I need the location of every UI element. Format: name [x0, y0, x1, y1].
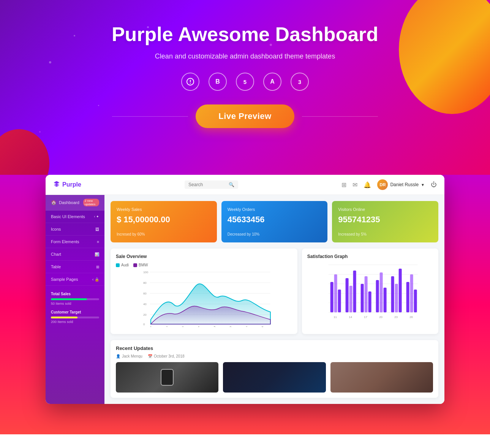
dashboard-sidebar: 🏠 Dashboard 2 new updates Basic UI Eleme…: [46, 195, 104, 404]
svg-rect-39: [395, 284, 398, 312]
svg-rect-36: [379, 272, 383, 312]
svg-text:6: 6: [230, 325, 232, 327]
weekly-sales-value: $ 15,00000.00: [117, 215, 211, 225]
sidebar-item-sample[interactable]: Sample Pages ‹ 🔒: [46, 273, 104, 286]
user-menu[interactable]: DR Daniet Russle ▼: [377, 179, 425, 190]
recent-image-watch: [116, 362, 218, 393]
sparkle-2: [49, 61, 51, 63]
home-icon: 🏠: [51, 200, 57, 205]
dashboard-header-actions: ⊞ ✉ 🔔 DR Daniet Russle ▼ ⏻: [341, 179, 437, 190]
total-sales-progress-bg: [51, 298, 99, 300]
svg-text:26: 26: [409, 315, 413, 319]
svg-rect-38: [391, 276, 394, 312]
audi-legend-label: Audi: [121, 263, 129, 267]
stat-card-visitors: Visitors Online 955741235 Increased by 5…: [332, 201, 438, 242]
dashboard-wrapper: Purple 🔍 ⊞ ✉ 🔔 DR Daniet Russle ▼ ⏻: [46, 175, 444, 404]
dashboard-badge: 2 new updates: [83, 199, 99, 206]
weekly-orders-value: 45633456: [228, 215, 322, 225]
total-sales-progress-fill: [51, 298, 87, 300]
sale-overview-chart: Sale Overview Audi BMW: [111, 249, 297, 334]
svg-text:80: 80: [143, 281, 147, 285]
svg-text:40: 40: [143, 302, 147, 306]
mail-icon[interactable]: ✉: [352, 181, 357, 188]
weekly-sales-label: Weekly Sales: [117, 207, 211, 212]
recent-image-headphones: [223, 362, 326, 393]
legend-audi: Audi: [116, 263, 129, 267]
stat-cards-row: Weekly Sales $ 15,00000.00 Incresed by 6…: [111, 201, 438, 242]
svg-rect-35: [376, 280, 379, 312]
logo-text: Purple: [62, 181, 81, 188]
power-icon[interactable]: ⏻: [431, 181, 437, 188]
grid-icon[interactable]: ⊞: [341, 181, 346, 188]
total-sales-value: 50 Items sold: [51, 302, 99, 306]
visitors-label: Visitors Online: [338, 207, 432, 212]
svg-rect-32: [360, 284, 364, 312]
svg-text:17: 17: [364, 315, 367, 319]
svg-rect-37: [383, 288, 386, 312]
svg-rect-33: [364, 276, 367, 312]
visitors-value: 955741235: [338, 215, 432, 225]
sale-chart-legend: Audi BMW: [116, 263, 292, 267]
svg-rect-30: [349, 286, 352, 312]
dashboard-body: 🏠 Dashboard 2 new updates Basic UI Eleme…: [46, 195, 444, 404]
icons-icon: 🖼: [95, 227, 99, 231]
satisfaction-graph-title: Satisfaction Graph: [307, 254, 433, 259]
recent-author: Jack Menqu: [122, 354, 142, 358]
svg-text:2: 2: [166, 325, 168, 327]
form-icon: ≡: [97, 240, 99, 244]
svg-rect-28: [338, 290, 341, 312]
live-preview-divider: Live Preview: [0, 104, 490, 128]
svg-text:23: 23: [394, 315, 398, 319]
sidebar-item-form[interactable]: Form Elements ≡: [46, 236, 104, 248]
dashboard-search[interactable]: 🔍: [185, 180, 238, 189]
sidebar-item-table[interactable]: Table ⊞: [46, 261, 104, 273]
live-preview-button[interactable]: Live Preview: [196, 104, 294, 128]
svg-rect-29: [345, 278, 348, 312]
sale-overview-title: Sale Overview: [116, 254, 292, 259]
hero-subtitle: Clean and customizable admin dashboard t…: [0, 52, 490, 60]
dashboard-header: Purple 🔍 ⊞ ✉ 🔔 DR Daniet Russle ▼ ⏻: [46, 175, 444, 195]
dashboard-main: Weekly Sales $ 15,00000.00 Incresed by 6…: [104, 195, 444, 404]
svg-rect-43: [414, 290, 417, 312]
svg-text:20: 20: [143, 313, 147, 317]
svg-text:3: 3: [182, 325, 184, 327]
hero-title: Purple Awesome Dashboard: [0, 23, 490, 46]
sidebar-item-basic-ui[interactable]: Basic UI Elements ‹ ✦: [46, 211, 104, 223]
svg-rect-26: [330, 282, 333, 312]
svg-rect-31: [353, 271, 356, 312]
sidebar-item-dashboard[interactable]: 🏠 Dashboard 2 new updates: [46, 195, 104, 211]
chevron-icon: ‹ ✦: [94, 215, 100, 218]
search-input[interactable]: [188, 182, 226, 187]
tech-icons-row: B 5 A 3: [0, 73, 490, 91]
recent-images-row: [116, 362, 433, 393]
svg-text:11: 11: [334, 315, 337, 319]
user-icon: 👤: [116, 354, 120, 358]
user-name: Daniet Russle: [390, 182, 419, 187]
bmw-legend-dot: [133, 263, 137, 267]
author-meta: 👤 Jack Menqu: [116, 354, 142, 358]
sample-label: Sample Pages: [51, 277, 78, 282]
lock-icon: ‹ 🔒: [92, 277, 99, 282]
sidebar-item-chart[interactable]: Chart 📊: [46, 248, 104, 261]
avatar: DR: [377, 179, 388, 190]
sidebar-stats: Total Sales 50 Items sold Customer Targe…: [46, 286, 104, 334]
bootstrap-icon: B: [209, 73, 227, 91]
date-meta: 📅 October 3rd, 2018: [148, 354, 185, 358]
recent-date: October 3rd, 2018: [154, 354, 185, 358]
svg-rect-42: [410, 274, 413, 312]
customer-target-progress-fill: [51, 317, 77, 318]
search-icon[interactable]: 🔍: [229, 182, 234, 187]
bell-icon[interactable]: 🔔: [364, 181, 371, 188]
svg-text:100: 100: [143, 271, 149, 274]
recent-updates-title: Recent Updates: [116, 345, 433, 351]
sidebar-item-icons[interactable]: Icons 🖼: [46, 223, 104, 236]
charts-row: Sale Overview Audi BMW: [111, 249, 438, 334]
angular-icon: A: [263, 73, 281, 91]
svg-text:20: 20: [379, 315, 383, 319]
recent-updates-section: Recent Updates 👤 Jack Menqu 📅 October 3r…: [111, 340, 438, 398]
chart-label: Chart: [51, 252, 61, 256]
table-label: Table: [51, 264, 61, 269]
legend-bmw: BMW: [133, 263, 148, 267]
svg-rect-27: [334, 274, 337, 312]
stat-card-weekly-orders: Weekly Orders 45633456 Decreased by 10%: [221, 201, 328, 242]
